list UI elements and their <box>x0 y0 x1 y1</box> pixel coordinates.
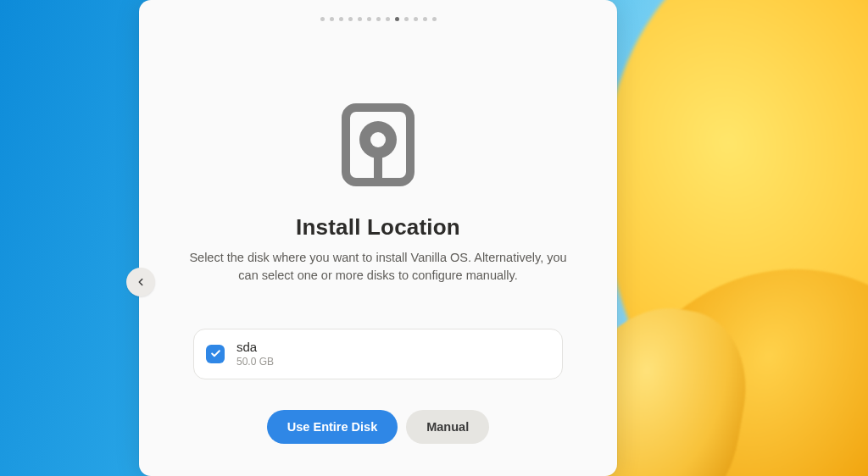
page-dot[interactable] <box>376 17 381 21</box>
page-dot[interactable] <box>414 17 418 21</box>
page-indicator <box>320 17 437 21</box>
page-title: Install Location <box>296 214 460 241</box>
action-row: Use Entire Disk Manual <box>267 410 489 444</box>
check-icon <box>210 348 221 359</box>
page-dot[interactable] <box>367 17 371 21</box>
page-dot[interactable] <box>386 17 390 21</box>
page-dot[interactable] <box>395 17 399 21</box>
installer-dialog: Install Location Select the disk where y… <box>139 0 617 476</box>
disk-size: 50.0 GB <box>236 356 274 368</box>
page-dot[interactable] <box>320 17 325 21</box>
page-dot[interactable] <box>348 17 353 21</box>
page-subtitle: Select the disk where you want to instal… <box>139 249 617 285</box>
page-dot[interactable] <box>339 17 343 21</box>
disk-row[interactable]: sda 50.0 GB <box>193 329 563 379</box>
page-dot[interactable] <box>423 17 427 21</box>
back-button[interactable] <box>126 268 155 296</box>
page-dot[interactable] <box>330 17 334 21</box>
svg-point-2 <box>370 132 386 147</box>
disk-hero-icon <box>336 102 420 187</box>
page-dot[interactable] <box>404 17 409 21</box>
page-dot[interactable] <box>358 17 362 21</box>
chevron-left-icon <box>135 276 147 288</box>
disk-label: sda 50.0 GB <box>236 340 274 368</box>
use-entire-disk-button[interactable]: Use Entire Disk <box>267 410 398 444</box>
disk-checkbox[interactable] <box>206 345 225 363</box>
disk-name: sda <box>236 340 274 356</box>
manual-button[interactable]: Manual <box>406 410 489 444</box>
page-dot[interactable] <box>432 17 437 21</box>
